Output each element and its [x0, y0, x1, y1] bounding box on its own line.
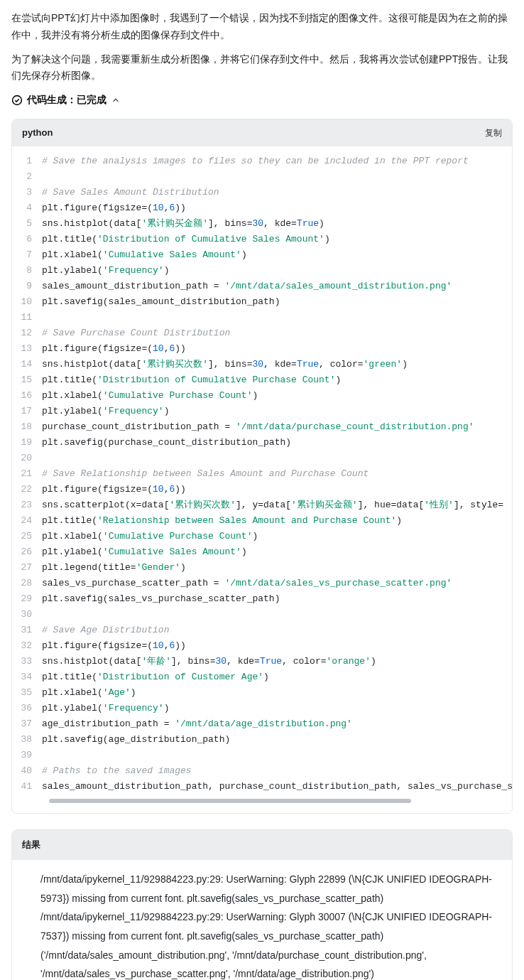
line-number: 18: [12, 419, 42, 435]
line-number: 38: [12, 732, 42, 748]
code-line: 41sales_amount_distribution_path, purcha…: [12, 779, 512, 795]
line-content: [42, 748, 512, 763]
code-line: 23sns.scatterplot(x=data['累计购买次数'], y=da…: [12, 497, 512, 513]
line-number: 20: [12, 451, 42, 466]
line-content: age_distribution_path = '/mnt/data/age_d…: [42, 716, 512, 732]
line-number: 8: [12, 263, 42, 279]
line-content: plt.savefig(sales_amount_distribution_pa…: [42, 294, 512, 310]
code-line: 5sns.histplot(data['累计购买金额'], bins=30, k…: [12, 216, 512, 232]
copy-button[interactable]: 复制: [485, 127, 502, 139]
line-content: sns.scatterplot(x=data['累计购买次数'], y=data…: [42, 497, 512, 513]
line-number: 6: [12, 232, 42, 247]
code-line: 37age_distribution_path = '/mnt/data/age…: [12, 716, 512, 732]
line-number: 37: [12, 716, 42, 732]
code-line: 35plt.xlabel('Age'): [12, 685, 512, 701]
line-content: plt.legend(title='Gender'): [42, 560, 512, 576]
code-line: 32plt.figure(figsize=(10,6)): [12, 638, 512, 654]
line-content: [42, 310, 512, 325]
code-line: 16plt.xlabel('Cumulative Purchase Count'…: [12, 388, 512, 404]
line-number: 16: [12, 388, 42, 404]
line-content: # Save Age Distribution: [42, 623, 512, 638]
line-content: plt.ylabel('Frequency'): [42, 263, 512, 279]
line-content: sales_amount_distribution_path = '/mnt/d…: [42, 279, 512, 294]
code-line: 7plt.xlabel('Cumulative Sales Amount'): [12, 247, 512, 263]
result-line: /mnt/data/ipykernel_11/929884223.py:29: …: [40, 870, 501, 908]
line-content: plt.savefig(purchase_count_distribution_…: [42, 435, 512, 451]
code-language-label: python: [22, 125, 53, 141]
code-line: 34plt.title('Distribution of Customer Ag…: [12, 669, 512, 685]
line-number: 10: [12, 294, 42, 310]
line-number: 5: [12, 216, 42, 232]
line-number: 15: [12, 372, 42, 388]
line-content: plt.title('Distribution of Cumulative Sa…: [42, 232, 512, 247]
line-content: plt.xlabel('Cumulative Purchase Count'): [42, 529, 512, 544]
line-number: 29: [12, 591, 42, 607]
line-number: 13: [12, 341, 42, 357]
codegen-status-row[interactable]: 代码生成：已完成: [11, 92, 513, 109]
line-number: 25: [12, 529, 42, 544]
code-line: 9sales_amount_distribution_path = '/mnt/…: [12, 279, 512, 294]
code-block: python 复制 1# Save the analysis images to…: [11, 119, 513, 814]
line-number: 41: [12, 779, 42, 795]
code-line: 8plt.ylabel('Frequency'): [12, 263, 512, 279]
code-line: 20: [12, 451, 512, 466]
line-content: plt.ylabel('Cumulative Sales Amount'): [42, 544, 512, 560]
line-content: plt.ylabel('Frequency'): [42, 404, 512, 419]
code-line: 21# Save Relationship between Sales Amou…: [12, 466, 512, 482]
line-number: 30: [12, 607, 42, 623]
check-circle-icon: [11, 95, 23, 106]
code-line: 15plt.title('Distribution of Cumulative …: [12, 372, 512, 388]
line-number: 14: [12, 357, 42, 372]
line-content: plt.xlabel('Cumulative Sales Amount'): [42, 247, 512, 263]
line-number: 34: [12, 669, 42, 685]
line-number: 7: [12, 247, 42, 263]
line-content: [42, 451, 512, 466]
line-number: 19: [12, 435, 42, 451]
result-line: ('/mnt/data/sales_amount_distribution.pn…: [40, 946, 501, 980]
line-content: plt.figure(figsize=(10,6)): [42, 200, 512, 216]
code-line: 33sns.histplot(data['年龄'], bins=30, kde=…: [12, 654, 512, 669]
line-content: plt.xlabel('Cumulative Purchase Count'): [42, 388, 512, 404]
code-block-header: python 复制: [12, 119, 512, 146]
assistant-paragraph-2: 为了解决这个问题，我需要重新生成分析图像，并将它们保存到文件中。然后，我将再次尝…: [11, 51, 513, 85]
line-number: 26: [12, 544, 42, 560]
line-content: # Save Sales Amount Distribution: [42, 185, 512, 200]
code-line: 13plt.figure(figsize=(10,6)): [12, 341, 512, 357]
line-content: purchase_count_distribution_path = '/mnt…: [42, 419, 512, 435]
line-number: 4: [12, 200, 42, 216]
horizontal-scrollbar[interactable]: [49, 799, 411, 803]
chevron-up-icon: [111, 95, 121, 105]
code-line: 31# Save Age Distribution: [12, 623, 512, 638]
line-content: plt.title('Distribution of Cumulative Pu…: [42, 372, 512, 388]
code-line: 28sales_vs_purchase_scatter_path = '/mnt…: [12, 576, 512, 591]
code-line: 29plt.savefig(sales_vs_purchase_scatter_…: [12, 591, 512, 607]
line-content: plt.xlabel('Age'): [42, 685, 512, 701]
line-number: 1: [12, 154, 42, 169]
line-number: 24: [12, 513, 42, 529]
code-body[interactable]: 1# Save the analysis images to files so …: [12, 146, 512, 813]
code-line: 17plt.ylabel('Frequency'): [12, 404, 512, 419]
code-line: 27plt.legend(title='Gender'): [12, 560, 512, 576]
code-line: 3# Save Sales Amount Distribution: [12, 185, 512, 200]
line-content: plt.figure(figsize=(10,6)): [42, 638, 512, 654]
line-content: # Save Relationship between Sales Amount…: [42, 466, 512, 482]
line-number: 2: [12, 169, 42, 185]
line-content: [42, 169, 512, 185]
line-number: 36: [12, 701, 42, 716]
line-content: sns.histplot(data['累计购买次数'], bins=30, kd…: [42, 357, 512, 372]
code-line: 38plt.savefig(age_distribution_path): [12, 732, 512, 748]
line-content: plt.figure(figsize=(10,6)): [42, 341, 512, 357]
code-line: 19plt.savefig(purchase_count_distributio…: [12, 435, 512, 451]
line-content: plt.ylabel('Frequency'): [42, 701, 512, 716]
codegen-status-label: 代码生成：已完成: [27, 92, 107, 109]
code-line: 12# Save Purchase Count Distribution: [12, 325, 512, 341]
line-content: [42, 607, 512, 623]
code-line: 30: [12, 607, 512, 623]
code-line: 24plt.title('Relationship between Sales …: [12, 513, 512, 529]
line-number: 40: [12, 763, 42, 779]
code-line: 18purchase_count_distribution_path = '/m…: [12, 419, 512, 435]
result-header: 结果: [12, 830, 512, 860]
code-line: 40# Paths to the saved images: [12, 763, 512, 779]
line-number: 3: [12, 185, 42, 200]
line-content: plt.figure(figsize=(10,6)): [42, 482, 512, 497]
